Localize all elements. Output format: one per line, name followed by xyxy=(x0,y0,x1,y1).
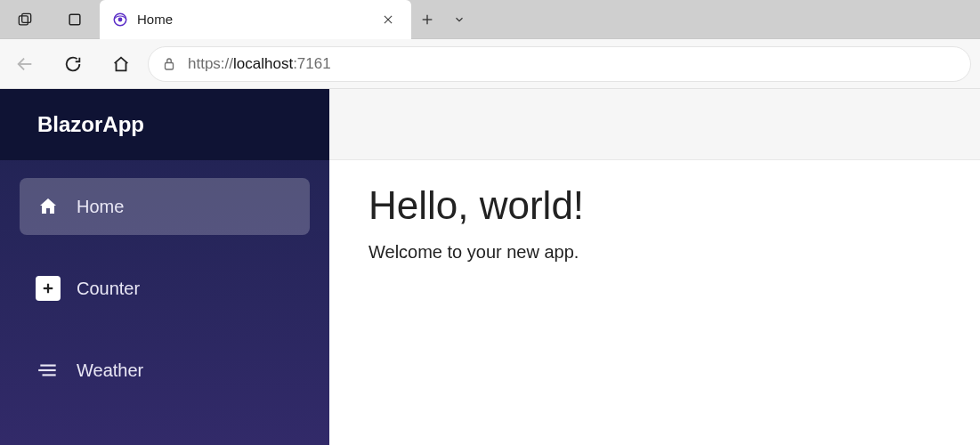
page-heading: Hello, world! xyxy=(369,183,941,228)
nav-item-weather[interactable]: Weather xyxy=(20,342,310,399)
tab-title: Home xyxy=(137,12,173,27)
collections-icon[interactable] xyxy=(50,0,100,39)
back-button[interactable] xyxy=(4,43,46,85)
svg-rect-0 xyxy=(19,15,28,24)
nav-item-label: Home xyxy=(77,197,124,217)
brand-title[interactable]: BlazorApp xyxy=(0,89,329,160)
page-body: Hello, world! Welcome to your new app. xyxy=(329,160,980,286)
app-viewport: BlazorApp Home Counter xyxy=(0,89,980,445)
nav-item-counter[interactable]: Counter xyxy=(20,260,310,317)
url-scheme: https:// xyxy=(188,55,233,72)
site-lock-icon[interactable] xyxy=(161,56,177,72)
url-port: :7161 xyxy=(293,55,331,72)
home-icon xyxy=(36,194,61,219)
nav-item-label: Weather xyxy=(77,360,143,381)
svg-rect-1 xyxy=(22,13,31,22)
svg-rect-2 xyxy=(69,14,80,25)
plus-icon xyxy=(36,276,61,301)
tab-overflow-button[interactable] xyxy=(443,0,475,39)
home-button[interactable] xyxy=(100,43,142,85)
nav-list: Home Counter Weather xyxy=(0,160,329,399)
brand-label: BlazorApp xyxy=(37,112,144,137)
url-host: localhost xyxy=(233,55,293,72)
svg-rect-10 xyxy=(166,62,174,69)
page-subtext: Welcome to your new app. xyxy=(369,242,941,263)
page-topbar xyxy=(329,89,980,160)
refresh-button[interactable] xyxy=(52,43,94,85)
url-text: https://localhost:7161 xyxy=(188,55,331,73)
nav-item-home[interactable]: Home xyxy=(20,178,310,235)
list-icon xyxy=(36,358,61,383)
page: Hello, world! Welcome to your new app. xyxy=(329,89,980,445)
tab-strip: Home xyxy=(0,0,980,39)
blazor-favicon-icon xyxy=(112,12,128,28)
new-tab-button[interactable] xyxy=(411,0,443,39)
browser-tab-active[interactable]: Home xyxy=(100,0,411,39)
toolbar-row: https://localhost:7161 xyxy=(0,39,980,89)
address-bar[interactable]: https://localhost:7161 xyxy=(148,46,971,82)
tab-close-icon[interactable] xyxy=(377,9,399,30)
tab-actions xyxy=(411,0,475,39)
svg-point-4 xyxy=(118,17,123,21)
workspaces-icon[interactable] xyxy=(0,0,50,39)
browser-chrome: Home xyxy=(0,0,980,89)
nav-item-label: Counter xyxy=(77,279,140,299)
sidebar: BlazorApp Home Counter xyxy=(0,89,329,445)
